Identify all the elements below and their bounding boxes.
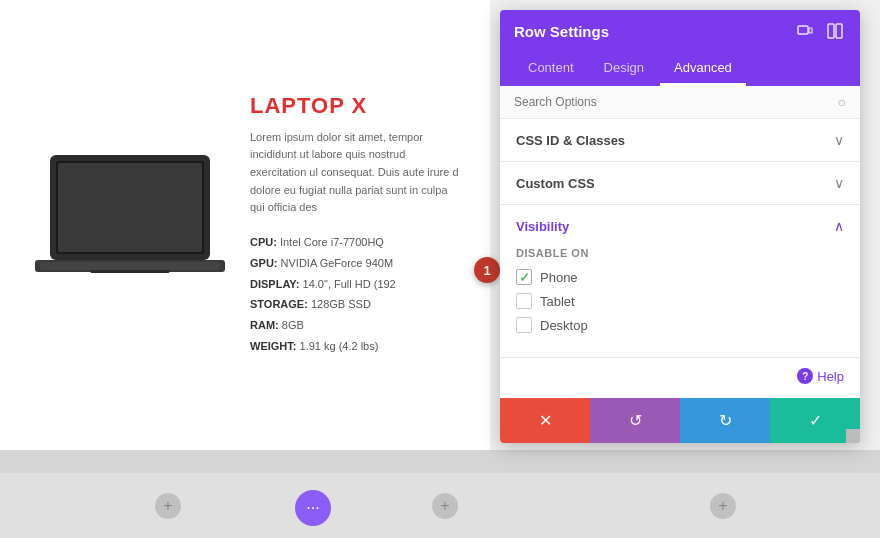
svg-rect-9 <box>836 24 842 38</box>
phone-option: ✓ Phone <box>516 269 844 285</box>
resize-handle[interactable] <box>846 429 860 443</box>
css-id-section: CSS ID & Classes ∨ <box>500 119 860 162</box>
product-info: LAPTOP X Lorem ipsum dolor sit amet, tem… <box>240 93 460 357</box>
visibility-title: Visibility <box>516 219 569 234</box>
css-id-title: CSS ID & Classes <box>516 133 625 148</box>
visibility-section: Visibility ∧ Disable on ✓ Phone Tablet <box>500 205 860 358</box>
add-row-button-center[interactable]: + <box>432 493 458 519</box>
responsive-icon[interactable] <box>794 20 816 42</box>
custom-css-section: Custom CSS ∨ <box>500 162 860 205</box>
desktop-label: Desktop <box>540 318 588 333</box>
panel-body: CSS ID & Classes ∨ Custom CSS ∨ Visibili… <box>500 119 860 443</box>
svg-rect-2 <box>58 163 202 252</box>
section-divider <box>0 450 880 475</box>
panel-tabs: Content Design Advanced <box>500 52 860 86</box>
tab-design[interactable]: Design <box>590 52 658 86</box>
svg-rect-7 <box>809 28 812 33</box>
search-bar: ○ <box>500 86 860 119</box>
row-settings-panel: Row Settings Content Design Advanced ○ <box>500 10 860 443</box>
product-title: LAPTOP X <box>250 93 460 119</box>
svg-rect-6 <box>798 26 808 34</box>
help-row: ? Help <box>500 358 860 398</box>
custom-css-arrow: ∨ <box>834 175 844 191</box>
disable-on-label: Disable on <box>516 247 844 259</box>
search-icon: ○ <box>838 94 846 110</box>
tablet-option: Tablet <box>516 293 844 309</box>
tablet-label: Tablet <box>540 294 575 309</box>
desktop-checkbox[interactable] <box>516 317 532 333</box>
help-icon: ? <box>797 368 813 384</box>
columns-icon[interactable] <box>824 20 846 42</box>
laptop-image <box>20 145 240 305</box>
visibility-body: Disable on ✓ Phone Tablet Desktop <box>500 247 860 357</box>
tablet-checkbox[interactable] <box>516 293 532 309</box>
redo-button[interactable]: ↻ <box>680 398 770 443</box>
product-specs: CPU: Intel Core i7-7700HQ GPU: NVIDIA Ge… <box>250 232 460 357</box>
visibility-header[interactable]: Visibility ∧ <box>500 205 860 247</box>
svg-rect-8 <box>828 24 834 38</box>
css-id-header[interactable]: CSS ID & Classes ∨ <box>500 119 860 161</box>
visibility-arrow: ∧ <box>834 218 844 234</box>
cancel-button[interactable]: ✕ <box>500 398 590 443</box>
help-label: Help <box>817 369 844 384</box>
panel-header: Row Settings <box>500 10 860 52</box>
phone-label: Phone <box>540 270 578 285</box>
step-indicator: 1 <box>474 257 500 283</box>
panel-header-actions <box>794 20 846 42</box>
reset-button[interactable]: ↺ <box>590 398 680 443</box>
help-link[interactable]: ? Help <box>797 368 844 384</box>
svg-rect-5 <box>40 262 220 270</box>
panel-title: Row Settings <box>514 23 609 40</box>
dots-menu-button[interactable]: ··· <box>295 490 331 526</box>
add-row-button-right[interactable]: + <box>710 493 736 519</box>
tab-advanced[interactable]: Advanced <box>660 52 746 86</box>
bottom-bar: + + + <box>0 473 880 538</box>
css-id-arrow: ∨ <box>834 132 844 148</box>
action-bar: ✕ ↺ ↻ ✓ <box>500 398 860 443</box>
desktop-option: Desktop <box>516 317 844 333</box>
content-area: LAPTOP X Lorem ipsum dolor sit amet, tem… <box>0 0 490 450</box>
custom-css-header[interactable]: Custom CSS ∨ <box>500 162 860 204</box>
phone-checkbox[interactable]: ✓ <box>516 269 532 285</box>
product-description: Lorem ipsum dolor sit amet, tempor incid… <box>250 129 460 217</box>
custom-css-title: Custom CSS <box>516 176 595 191</box>
add-row-button-left[interactable]: + <box>155 493 181 519</box>
search-input[interactable] <box>514 95 832 109</box>
tab-content[interactable]: Content <box>514 52 588 86</box>
